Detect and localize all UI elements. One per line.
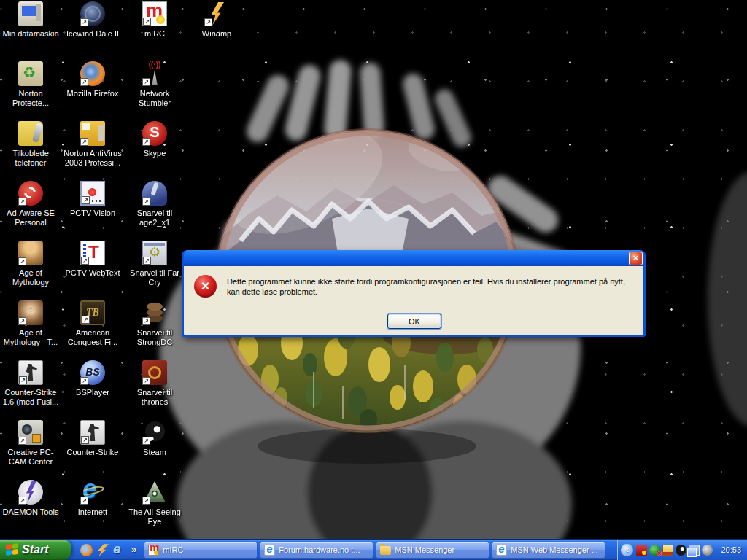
- taskbar: Start » mIRCForum.hardware.no :...MSN Me…: [0, 539, 747, 560]
- hide-icons-chevron[interactable]: ‹: [621, 544, 633, 556]
- shortcut-arrow-icon: ↗: [19, 376, 27, 384]
- age2-icon: ↗: [142, 181, 167, 206]
- icewind-icon: ↗: [80, 1, 105, 26]
- desktop-icon-label: Icewind Dale II: [62, 29, 123, 39]
- desktop-icon-age2[interactable]: ↗Snarvei til age2_x1: [124, 181, 185, 239]
- task-button-msn-web-messenger[interactable]: MSN Web Messenger ...: [492, 542, 605, 559]
- pctv-vision-icon: ↗: [80, 181, 105, 206]
- shortcut-arrow-icon: ↗: [81, 257, 89, 265]
- desktop-icon-pccam[interactable]: ↗Creative PC-CAM Center: [0, 420, 61, 478]
- close-icon[interactable]: ×: [629, 252, 643, 265]
- desktop-icon-american-conquest[interactable]: ↗American Conquest Fi...: [62, 300, 123, 359]
- desktop-icon-ad-aware[interactable]: ↗Ad-Aware SE Personal: [0, 181, 61, 239]
- shortcut-arrow-icon: ↗: [143, 18, 151, 26]
- desktop-icon-counter-strike[interactable]: ↗Counter-Strike: [62, 420, 123, 478]
- desktop-icon-label: Age of Mythology - T...: [0, 328, 61, 347]
- quick-launch-overflow-chevron[interactable]: »: [131, 544, 136, 555]
- age-of-mythology-t-icon: ↗: [18, 300, 43, 325]
- shortcut-arrow-icon: ↗: [142, 138, 150, 146]
- desktop-icon-all-seeing-eye[interactable]: ↗The All-Seeing Eye: [124, 480, 185, 538]
- strongdc-icon: ↗: [142, 300, 167, 325]
- volume-tray-icon[interactable]: [702, 545, 713, 556]
- desktop-icon-label: PCTV Vision: [62, 209, 123, 218]
- desktop-icon-thrones[interactable]: ↗Snarvei til thrones: [124, 360, 185, 419]
- desktop-icon-label: Norton AntiVirus 2003 Professi...: [62, 149, 123, 168]
- thrones-icon: ↗: [142, 360, 167, 385]
- display-tray-icon[interactable]: [662, 545, 673, 556]
- desktop-icon-winamp[interactable]: ↗Winamp: [186, 1, 247, 60]
- start-button[interactable]: Start: [0, 540, 71, 560]
- desktop-icon-label: Skype: [124, 149, 185, 158]
- desktop-icon-label: PCTV WebText: [62, 268, 123, 278]
- error-dialog[interactable]: × × Dette programmet kunne ikke starte f…: [182, 250, 646, 337]
- ie-quicklaunch-icon[interactable]: [112, 544, 125, 556]
- shortcut-arrow-icon: ↗: [80, 78, 88, 86]
- norton-protected-icon: [18, 61, 43, 86]
- mirc-tray-icon[interactable]: [636, 545, 647, 556]
- shortcut-arrow-icon: ↗: [18, 317, 26, 325]
- pctv-webtext-icon: ↗: [80, 241, 105, 265]
- ad-aware-icon: ↗: [18, 181, 43, 206]
- desktop-icon-age-of-mythology[interactable]: ↗Age of Mythology: [0, 241, 61, 299]
- antivirus-status-tray-icon[interactable]: [649, 545, 660, 556]
- counter-strike-icon: ↗: [18, 360, 43, 385]
- desktop-icon-label: Creative PC-CAM Center: [0, 448, 61, 467]
- desktop-icon-norton-protected[interactable]: Norton Protecte...: [0, 61, 61, 120]
- desktop-icon-label: Mozilla Firefox: [62, 89, 123, 98]
- task-button-forum-hardware-no[interactable]: Forum.hardware.no :...: [260, 542, 374, 559]
- error-message: Dette programmet kunne ikke starte fordi…: [227, 275, 635, 297]
- task-button-label: MSN Messenger: [395, 545, 454, 554]
- winamp-quicklaunch-icon[interactable]: [96, 544, 109, 556]
- shortcut-arrow-icon: ↗: [82, 196, 90, 204]
- shortcut-arrow-icon: ↗: [142, 198, 150, 206]
- desktop-icon-firefox[interactable]: ↗Mozilla Firefox: [62, 61, 123, 120]
- task-button-mirc[interactable]: mIRC: [144, 542, 258, 559]
- shortcut-arrow-icon: ↗: [142, 317, 150, 325]
- age-of-mythology-icon: ↗: [18, 241, 43, 265]
- desktop-icon-norton-antivirus[interactable]: ↗Norton AntiVirus 2003 Professi...: [62, 121, 123, 179]
- error-dialog-titlebar[interactable]: ×: [184, 250, 643, 266]
- desktop-icon-my-computer[interactable]: Min datamaskin: [0, 1, 61, 60]
- farcry-icon: ↗: [142, 241, 167, 265]
- pccam-icon: ↗: [18, 420, 43, 445]
- desktop-icon-age-of-mythology-t[interactable]: ↗Age of Mythology - T...: [0, 300, 61, 359]
- desktop-icon-pctv-webtext[interactable]: ↗PCTV WebText: [62, 241, 123, 299]
- desktop-icon-strongdc[interactable]: ↗Snarvei til StrongDC: [124, 300, 185, 359]
- firefox-quicklaunch-icon[interactable]: [80, 544, 93, 556]
- ie-task-icon: [264, 545, 275, 556]
- shortcut-arrow-icon: ↗: [18, 437, 26, 445]
- desktop-icon-counter-strike[interactable]: ↗Counter-Strike 1.6 (med Fusi...: [0, 360, 61, 419]
- connected-phones-icon: [18, 121, 43, 146]
- network-stumbler-icon: ↗: [142, 61, 167, 86]
- desktop-icon-icewind[interactable]: ↗Icewind Dale II: [62, 1, 123, 60]
- desktop-icon-label: American Conquest Fi...: [62, 328, 123, 347]
- desktop-icon-daemon-tools[interactable]: ↗DAEMON Tools: [0, 480, 61, 538]
- desktop-icon-bsplayer[interactable]: ↗BSPlayer: [62, 360, 123, 419]
- winamp-icon: ↗: [204, 1, 229, 26]
- shortcut-arrow-icon: ↗: [81, 436, 89, 444]
- desktop-icon-steam[interactable]: ↗Steam: [124, 420, 185, 478]
- desktop-icon-connected-phones[interactable]: Tilkoblede telefoner: [0, 121, 61, 179]
- steam-icon: ↗: [142, 420, 167, 445]
- network-tray-icon[interactable]: [689, 545, 700, 556]
- desktop-icon-skype[interactable]: ↗Skype: [124, 121, 185, 179]
- desktop-icon-mirc[interactable]: ↗mIRC: [124, 1, 185, 60]
- desktop-icon-farcry[interactable]: ↗Snarvei til Far Cry: [124, 241, 185, 299]
- shortcut-arrow-icon: ↗: [80, 377, 88, 385]
- shortcut-arrow-icon: ↗: [18, 198, 26, 206]
- clock[interactable]: 20:53: [721, 545, 741, 554]
- desktop-icon-label: Ad-Aware SE Personal: [0, 209, 61, 228]
- desktop-icon-label: Age of Mythology: [0, 268, 61, 287]
- daemon-tools-icon: ↗: [18, 480, 43, 505]
- desktop-icon-network-stumbler[interactable]: ↗Network Stumbler: [124, 61, 185, 120]
- steam-tray-icon[interactable]: [676, 545, 686, 556]
- task-button-msn-messenger[interactable]: MSN Messenger: [376, 542, 489, 559]
- desktop-icon-label: Counter-Strike: [62, 448, 123, 457]
- folder-task-icon: [380, 546, 391, 555]
- system-tray: ‹ 20:53: [617, 540, 747, 560]
- shortcut-arrow-icon: ↗: [80, 138, 88, 146]
- desktop-icon-internet-explorer[interactable]: ↗Internett: [62, 480, 123, 538]
- desktop-icon-pctv-vision[interactable]: ↗PCTV Vision: [62, 181, 123, 239]
- ok-button[interactable]: OK: [387, 314, 441, 329]
- shortcut-arrow-icon: ↗: [82, 316, 90, 324]
